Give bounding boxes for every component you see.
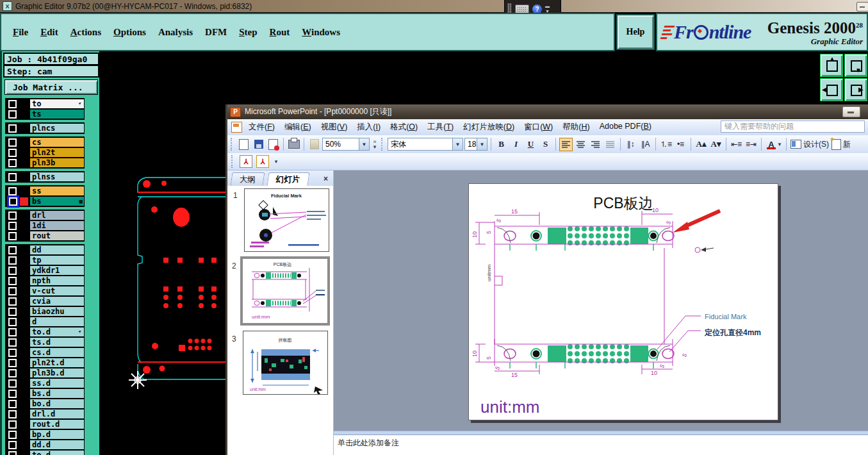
ppt-menu-item[interactable]: 文件(F) [249, 122, 275, 133]
pan-left-button[interactable]: ◀ [820, 78, 843, 101]
layer-visibility-checkbox[interactable] [8, 349, 17, 357]
layer-row[interactable]: to.d [6, 450, 84, 455]
layer-name[interactable]: to.d➤ [30, 327, 84, 336]
slide-2-thumbnail[interactable]: PCB板边 [240, 256, 330, 326]
layer-visibility-checkbox[interactable] [8, 149, 17, 157]
genesis-menu-rout[interactable]: Rout [270, 27, 290, 38]
layer-name[interactable]: cs.d [30, 348, 84, 357]
layer-name[interactable]: bo.d [30, 399, 84, 408]
ppt-help-input[interactable]: 键入需要帮助的问题 [721, 120, 865, 133]
help-menu[interactable]: Help [616, 14, 655, 50]
convert-to-pdf-button[interactable]: ⅄ [239, 155, 253, 169]
layer-visibility-checkbox[interactable] [8, 308, 17, 316]
ppt-menu-item[interactable]: 视图(V) [321, 122, 348, 133]
notes-pane[interactable]: 单击此处添加备注 [334, 434, 868, 455]
layer-row[interactable]: rout [6, 231, 84, 241]
layer-visibility-checkbox[interactable] [8, 328, 17, 336]
toolbar-overflow[interactable]: »▾ [371, 139, 379, 149]
ppt-menu-item[interactable]: 编辑(E) [284, 122, 311, 133]
layer-row[interactable]: bs▦ [6, 196, 84, 206]
layer-name[interactable]: drl [30, 211, 84, 220]
ppt-menu-item[interactable]: 帮助(H) [562, 122, 589, 133]
layer-row[interactable]: ts [6, 109, 84, 119]
layer-row[interactable]: bo.d [6, 399, 84, 409]
underline-button[interactable]: U [524, 138, 537, 151]
layer-row[interactable]: pln3b.d [6, 368, 84, 378]
layer-row[interactable]: plncs [6, 123, 84, 133]
layer-visibility-checkbox[interactable] [8, 390, 17, 398]
layer-visibility-checkbox[interactable] [8, 441, 17, 449]
align-left-button[interactable] [559, 138, 573, 151]
layer-visibility-checkbox[interactable] [8, 451, 17, 455]
slide-3-thumbnail[interactable]: 拼板图 unit:mm [243, 331, 328, 395]
layer-row[interactable]: npth [6, 276, 84, 286]
layer-visibility-checkbox[interactable] [8, 246, 17, 254]
ppt-menu-item[interactable]: 幻灯片放映(D) [463, 122, 514, 133]
genesis-menu-actions[interactable]: Actions [70, 27, 101, 38]
layer-visibility-checkbox[interactable] [8, 287, 17, 295]
layer-visibility-checkbox[interactable] [8, 400, 17, 408]
toolbar-grip2[interactable] [381, 138, 385, 151]
ppt-menu-item[interactable]: 工具(T) [427, 122, 454, 133]
layer-name[interactable]: rout [30, 231, 84, 240]
pan-up-button[interactable]: ▲ [820, 54, 843, 77]
layer-name[interactable]: pln2t [30, 148, 84, 157]
layer-row[interactable]: to.d➤ [6, 327, 84, 337]
decrease-font-button[interactable]: A▾ [709, 138, 723, 151]
layer-visibility-checkbox[interactable] [8, 110, 17, 119]
layer-name[interactable]: ydkdr1 [30, 266, 84, 275]
layer-visibility-checkbox[interactable] [8, 410, 17, 418]
tab-outline[interactable]: 大纲 [231, 172, 265, 186]
layer-name[interactable]: bp.d [30, 430, 84, 439]
layer-row[interactable]: cs.d [6, 347, 84, 358]
layer-name[interactable]: pln2t.d [30, 358, 84, 367]
ppt-menu-item[interactable]: 插入(I) [357, 122, 381, 133]
layer-name[interactable]: ss [30, 186, 84, 195]
layer-visibility-checkbox[interactable] [8, 318, 17, 326]
decrease-indent-button[interactable]: ⇤≡ [730, 138, 743, 151]
layer-name[interactable]: dd.d [30, 440, 84, 449]
new-document-button[interactable] [237, 138, 250, 151]
slide-1-thumbnail[interactable]: Fiducial Mark [244, 188, 329, 252]
layer-visibility-checkbox[interactable] [8, 232, 17, 240]
layer-name[interactable]: v-cut [30, 286, 84, 295]
layer-row[interactable]: cs [6, 137, 84, 147]
shadow-button[interactable]: S [539, 138, 552, 151]
layer-visibility-checkbox[interactable] [8, 256, 17, 265]
layer-name[interactable]: bs▦ [30, 197, 84, 206]
numbered-list-button[interactable]: ⒈≡ [659, 138, 673, 151]
layer-row[interactable]: bp.d [6, 429, 84, 440]
layer-name[interactable]: to.d [30, 451, 84, 455]
layer-visibility-checkbox[interactable] [8, 379, 17, 388]
layer-row[interactable]: tp [6, 255, 84, 265]
layer-visibility-checkbox[interactable] [8, 277, 17, 285]
layer-visibility-checkbox[interactable] [8, 297, 17, 306]
layer-name[interactable]: rout.d [30, 420, 84, 429]
layer-row[interactable]: bs.d [6, 388, 84, 399]
tab-slides[interactable]: 幻灯片 [267, 172, 309, 186]
layer-visibility-checkbox[interactable] [8, 267, 17, 275]
design-button[interactable]: 设计(S) [790, 138, 830, 151]
save-button[interactable] [252, 138, 265, 151]
font-combo[interactable]: 宋体▼ [388, 138, 463, 151]
layer-visibility-checkbox[interactable] [8, 222, 17, 230]
layer-visibility-checkbox[interactable] [8, 359, 17, 367]
increase-font-button[interactable]: A▴ [694, 138, 708, 151]
toolbar-grip[interactable] [231, 138, 234, 151]
zoom-combo[interactable]: 50%▼ [322, 138, 370, 151]
print-button[interactable] [287, 138, 300, 151]
layer-row[interactable]: v-cut [6, 286, 84, 296]
layer-name[interactable]: ss.d [30, 379, 84, 388]
layer-row[interactable]: 1di [6, 220, 84, 231]
layer-name[interactable]: plnss [30, 172, 84, 181]
layer-row[interactable]: cvia [6, 296, 84, 306]
layer-name[interactable]: tp [30, 256, 84, 265]
layer-row[interactable]: plnss [6, 172, 84, 182]
format-painter-button[interactable] [307, 138, 321, 151]
layer-name[interactable]: 1di [30, 221, 84, 230]
ppt-menu-item[interactable]: 格式(O) [390, 122, 418, 133]
langbar-controls[interactable]: ▬▼ [545, 4, 550, 13]
align-right-button[interactable] [589, 138, 602, 151]
layer-visibility-checkbox[interactable] [8, 211, 17, 220]
layer-name[interactable]: npth [30, 276, 84, 285]
